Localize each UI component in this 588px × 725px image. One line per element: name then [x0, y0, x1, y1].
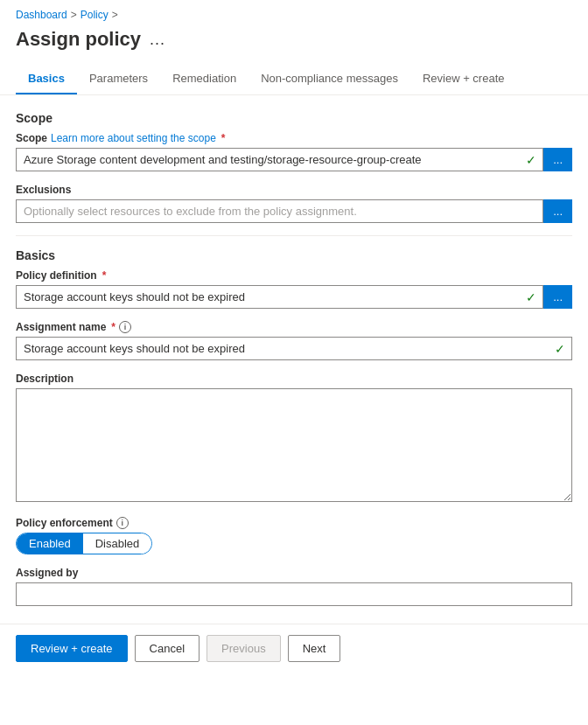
- policy-def-required: *: [102, 269, 107, 282]
- policy-def-check-icon: ✓: [526, 290, 536, 304]
- enforcement-toggle-group: Enabled Disabled: [16, 533, 152, 554]
- breadcrumb-policy[interactable]: Policy: [80, 9, 108, 21]
- scope-label: Scope Learn more about setting the scope…: [16, 132, 572, 144]
- assignment-name-input[interactable]: [16, 337, 572, 360]
- previous-button: Previous: [206, 635, 281, 662]
- more-options-button[interactable]: ...: [150, 31, 165, 49]
- scope-field-group: Scope Learn more about setting the scope…: [16, 132, 572, 171]
- tab-remediation[interactable]: Remediation: [160, 65, 248, 94]
- policy-def-input[interactable]: [16, 285, 543, 309]
- breadcrumb-sep1: >: [71, 9, 77, 21]
- policy-def-browse-button[interactable]: ...: [543, 285, 572, 309]
- exclusions-input-row: ...: [16, 199, 572, 223]
- assigned-by-input[interactable]: [16, 582, 572, 606]
- cancel-button[interactable]: Cancel: [135, 635, 200, 662]
- tab-bar: Basics Parameters Remediation Non-compli…: [0, 65, 588, 95]
- assignment-name-input-wrapper: ✓: [16, 337, 572, 360]
- assignment-name-label-text: Assignment name: [16, 321, 106, 333]
- policy-enforcement-label: Policy enforcement i: [16, 517, 572, 529]
- exclusions-label: Exclusions: [16, 184, 572, 196]
- scope-label-text: Scope: [16, 132, 47, 144]
- policy-def-label: Policy definition *: [16, 269, 572, 282]
- assignment-name-required: *: [111, 321, 116, 333]
- toggle-enabled[interactable]: Enabled: [17, 533, 83, 554]
- policy-def-input-wrapper: ✓: [16, 285, 543, 309]
- basics-section-title: Basics: [16, 248, 572, 262]
- assigned-by-field-group: Assigned by: [16, 567, 572, 606]
- scope-check-icon: ✓: [526, 153, 536, 167]
- scope-required: *: [221, 132, 226, 144]
- tab-non-compliance[interactable]: Non-compliance messages: [248, 65, 410, 94]
- page-title-area: Assign policy ...: [0, 24, 588, 65]
- exclusions-field-group: Exclusions ...: [16, 184, 572, 223]
- scope-input-wrapper: ✓: [16, 148, 543, 171]
- assignment-name-check-icon: ✓: [555, 342, 565, 356]
- policy-enforcement-info-icon[interactable]: i: [116, 517, 129, 529]
- content-area: Scope Scope Learn more about setting the…: [0, 95, 588, 606]
- policy-enforcement-field-group: Policy enforcement i Enabled Disabled: [16, 517, 572, 554]
- exclusions-input[interactable]: [16, 199, 543, 223]
- policy-def-input-row: ✓ ...: [16, 285, 572, 309]
- assignment-name-label: Assignment name * i: [16, 321, 572, 333]
- divider-1: [16, 235, 572, 236]
- assignment-name-field-group: Assignment name * i ✓: [16, 321, 572, 360]
- page-title: Assign policy: [16, 28, 141, 51]
- description-field-group: Description: [16, 373, 572, 505]
- breadcrumb: Dashboard > Policy >: [0, 0, 588, 24]
- scope-input-row: ✓ ...: [16, 148, 572, 171]
- tab-review-create[interactable]: Review + create: [410, 65, 517, 94]
- description-label: Description: [16, 373, 572, 385]
- footer: Review + create Cancel Previous Next: [0, 624, 588, 673]
- exclusions-label-text: Exclusions: [16, 184, 71, 196]
- breadcrumb-sep2: >: [112, 9, 118, 21]
- tab-basics[interactable]: Basics: [16, 65, 77, 94]
- scope-section-title: Scope: [16, 111, 572, 125]
- scope-learn-more-link[interactable]: Learn more about setting the scope: [51, 132, 216, 144]
- policy-enforcement-label-text: Policy enforcement: [16, 517, 113, 529]
- tab-parameters[interactable]: Parameters: [77, 65, 160, 94]
- scope-input[interactable]: [16, 148, 543, 171]
- policy-def-field-group: Policy definition * ✓ ...: [16, 269, 572, 309]
- exclusions-browse-button[interactable]: ...: [543, 199, 572, 223]
- next-button[interactable]: Next: [288, 635, 341, 662]
- scope-browse-button[interactable]: ...: [543, 148, 572, 171]
- assigned-by-label: Assigned by: [16, 567, 572, 579]
- scope-section: Scope Scope Learn more about setting the…: [16, 111, 572, 223]
- toggle-disabled[interactable]: Disabled: [83, 533, 152, 554]
- policy-def-label-text: Policy definition: [16, 269, 97, 282]
- review-create-button[interactable]: Review + create: [16, 635, 128, 662]
- breadcrumb-dashboard[interactable]: Dashboard: [16, 9, 67, 21]
- assignment-name-info-icon[interactable]: i: [119, 321, 131, 333]
- description-textarea[interactable]: [16, 388, 572, 502]
- basics-section: Basics Policy definition * ✓ ... Assignm…: [16, 248, 572, 606]
- assigned-by-label-text: Assigned by: [16, 567, 78, 579]
- description-label-text: Description: [16, 373, 74, 385]
